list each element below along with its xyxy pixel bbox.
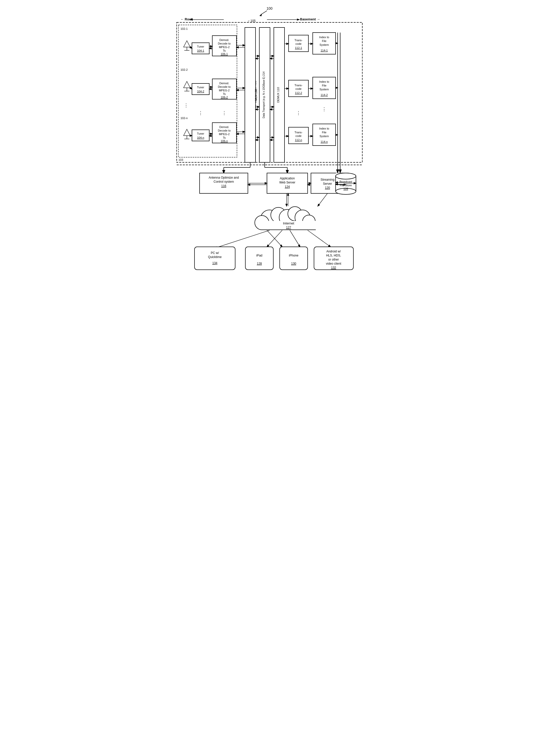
svg-text:or other: or other: [328, 258, 339, 261]
svg-text:Quicktime: Quicktime: [208, 255, 222, 259]
svg-text:File: File: [322, 84, 327, 87]
svg-text:132: 132: [331, 266, 336, 269]
svg-text:code: code: [295, 42, 302, 45]
svg-text:MUX 108: MUX 108: [255, 89, 258, 101]
ref-103: 103: [179, 158, 183, 161]
svg-text:Index to: Index to: [319, 127, 329, 130]
svg-line-156: [290, 230, 300, 247]
svg-text:Tuner: Tuner: [197, 45, 204, 48]
svg-text:Trans-: Trans-: [294, 131, 303, 134]
svg-line-0: [261, 11, 267, 15]
svg-line-141: [318, 193, 328, 206]
svg-text:Tuner: Tuner: [197, 132, 204, 135]
svg-point-127: [336, 173, 356, 179]
svg-text:⋮: ⋮: [296, 110, 301, 116]
svg-text:130: 130: [291, 262, 296, 265]
diagram-svg: 100 ← Roof Basement → ⌐ 105 103: [173, 5, 366, 285]
roof-label: ← Roof: [181, 17, 193, 21]
antenna-2: 102-2: [181, 68, 190, 91]
svg-text:Trans-: Trans-: [294, 84, 303, 87]
svg-marker-1: [259, 14, 262, 16]
svg-text:System: System: [320, 88, 329, 91]
tuner-2-box: [192, 83, 209, 95]
svg-text:112-1: 112-1: [295, 46, 302, 49]
svg-text:Decode to: Decode to: [218, 85, 231, 88]
svg-text:Broadcast: Broadcast: [340, 180, 352, 183]
ref-100-label: 100: [267, 6, 272, 10]
svg-line-157: [308, 230, 331, 247]
svg-text:104-2: 104-2: [197, 90, 204, 93]
svg-text:iPhone: iPhone: [289, 254, 298, 257]
internet-cloud: Internet 127: [255, 207, 316, 230]
svg-marker-15: [184, 129, 190, 136]
svg-text:106-2: 106-2: [221, 96, 228, 99]
svg-line-72: [190, 47, 192, 48]
svg-text:System: System: [320, 135, 329, 138]
svg-text:MPEG-2: MPEG-2: [219, 133, 230, 136]
svg-text:System: System: [320, 43, 329, 46]
svg-text:Application: Application: [280, 177, 295, 180]
svg-text:Demod.: Demod.: [219, 126, 229, 129]
svg-text:106-n: 106-n: [221, 140, 228, 142]
svg-text:Server: Server: [323, 182, 332, 185]
iphone-box: [280, 247, 308, 270]
svg-marker-7: [184, 41, 190, 47]
basement-label: Basement →: [300, 17, 320, 21]
mux-box: [245, 28, 256, 162]
svg-text:⋮: ⋮: [184, 103, 189, 108]
svg-line-153: [215, 230, 270, 248]
svg-text:102-n: 102-n: [181, 117, 188, 120]
svg-text:126: 126: [344, 187, 348, 190]
page: 100 ← Roof Basement → ⌐ 105 103: [168, 5, 371, 285]
svg-text:HLS, HDS,: HLS, HDS,: [326, 254, 341, 257]
svg-text:127: 127: [286, 226, 291, 229]
tuner-n-box: [192, 130, 209, 141]
antenna-n: 102-n: [181, 117, 190, 139]
svg-text:Tuner: Tuner: [197, 86, 204, 89]
svg-text:Trans-: Trans-: [294, 39, 303, 42]
svg-text:Ts: Ts: [223, 136, 226, 139]
svg-text:Ts: Ts: [223, 92, 226, 95]
svg-text:MPEG-2: MPEG-2: [219, 46, 230, 48]
svg-text:File: File: [322, 40, 327, 43]
svg-text:102-1: 102-1: [181, 27, 188, 30]
svg-text:104-n: 104-n: [197, 136, 204, 139]
svg-text:PC w/: PC w/: [211, 251, 219, 255]
svg-text:Control system: Control system: [213, 180, 234, 183]
diagram: 100 ← Roof Basement → ⌐ 105 103: [173, 5, 366, 285]
svg-text:Decode to: Decode to: [218, 129, 231, 132]
svg-text:Decode to: Decode to: [218, 42, 231, 45]
svg-text:Android w/: Android w/: [327, 250, 341, 253]
antenna-1: 102-1: [181, 27, 190, 50]
svg-text:114-2: 114-2: [321, 93, 328, 96]
svg-text:104-1: 104-1: [197, 49, 204, 52]
svg-text:⋮: ⋮: [198, 110, 203, 116]
svg-marker-11: [184, 81, 190, 88]
svg-text:Index to: Index to: [319, 80, 329, 83]
svg-marker-5: [297, 19, 300, 21]
svg-text:MPEG-2: MPEG-2: [219, 89, 230, 92]
svg-text:code: code: [295, 87, 302, 90]
ipad-box: [245, 247, 273, 270]
svg-text:Data Transport (e.g. N x 10GBa: Data Transport (e.g. N x 10GBase E) 214: [263, 71, 265, 118]
svg-text:112-2: 112-2: [295, 91, 302, 94]
svg-text:128: 128: [257, 262, 262, 265]
svg-text:Streaming: Streaming: [321, 178, 335, 181]
svg-text:120: 120: [325, 186, 330, 190]
svg-text:⋮: ⋮: [322, 107, 327, 112]
svg-text:File: File: [322, 131, 327, 134]
svg-text:106-1: 106-1: [221, 52, 228, 55]
svg-text:video client: video client: [326, 262, 342, 265]
svg-text:124: 124: [285, 185, 290, 189]
svg-text:code: code: [295, 134, 302, 138]
tuner-1-box: [192, 43, 209, 54]
svg-text:116: 116: [221, 184, 226, 188]
svg-text:Demod.: Demod.: [219, 39, 229, 42]
svg-text:114-n: 114-n: [321, 140, 328, 143]
svg-text:iPad: iPad: [256, 254, 263, 257]
ref-105: ⌐ 105: [248, 19, 256, 23]
svg-text:⋮: ⋮: [222, 110, 227, 116]
svg-text:DEMUX 110: DEMUX 110: [276, 87, 280, 103]
svg-text:Index to: Index to: [319, 36, 329, 39]
svg-text:112-n: 112-n: [295, 139, 302, 142]
